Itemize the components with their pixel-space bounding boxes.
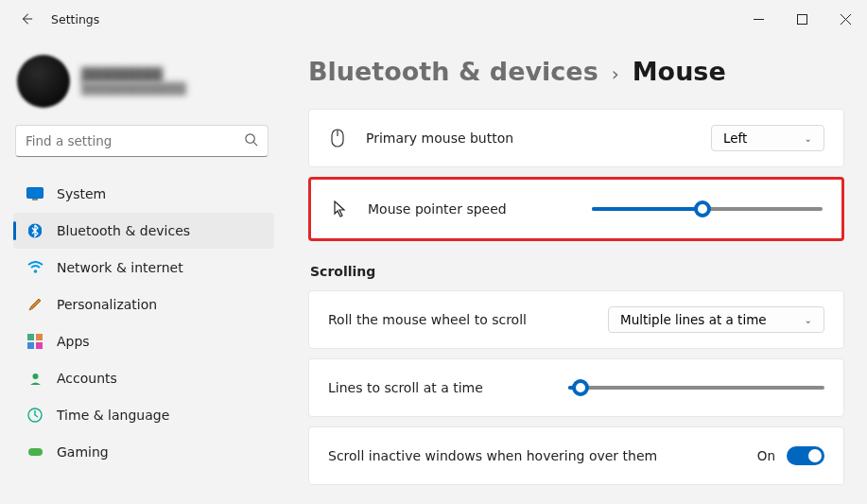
- sidebar-item-personalization[interactable]: Personalization: [13, 287, 274, 322]
- wifi-icon: [26, 259, 43, 276]
- sidebar-item-label: Personalization: [57, 297, 157, 312]
- primary-mouse-dropdown[interactable]: Left ⌄: [711, 125, 824, 151]
- maximize-button[interactable]: [780, 0, 824, 38]
- scroll-wheel-card: Roll the mouse wheel to scroll Multiple …: [308, 290, 844, 349]
- gamepad-icon: [26, 443, 43, 461]
- sidebar: ████████ ████████████ System Bluetooth &…: [0, 38, 280, 504]
- scrolling-section-title: Scrolling: [310, 264, 844, 279]
- sidebar-item-label: System: [57, 186, 106, 201]
- minimize-button[interactable]: [737, 0, 780, 38]
- close-button[interactable]: [824, 0, 867, 38]
- titlebar: Settings: [0, 0, 867, 38]
- scroll-inactive-label: Scroll inactive windows when hovering ov…: [328, 448, 657, 463]
- primary-mouse-value: Left: [723, 130, 747, 146]
- pointer-speed-slider[interactable]: [592, 207, 823, 211]
- sidebar-item-apps[interactable]: Apps: [13, 323, 274, 359]
- apps-icon: [26, 333, 43, 350]
- avatar: [17, 55, 70, 108]
- breadcrumb-current: Mouse: [633, 57, 726, 86]
- sidebar-item-label: Network & internet: [57, 260, 183, 275]
- svg-rect-7: [32, 199, 38, 200]
- svg-line-5: [253, 142, 257, 146]
- breadcrumb: Bluetooth & devices › Mouse: [308, 57, 844, 86]
- back-button[interactable]: [15, 8, 38, 30]
- search-field[interactable]: [26, 133, 244, 148]
- slider-thumb[interactable]: [694, 200, 711, 217]
- search-input[interactable]: [15, 125, 269, 157]
- sidebar-item-accounts[interactable]: Accounts: [13, 360, 274, 396]
- svg-rect-6: [27, 188, 43, 199]
- sidebar-item-label: Bluetooth & devices: [57, 223, 190, 238]
- paintbrush-icon: [26, 296, 43, 313]
- breadcrumb-parent[interactable]: Bluetooth & devices: [308, 57, 598, 86]
- sidebar-item-label: Time & language: [57, 408, 169, 423]
- primary-mouse-label: Primary mouse button: [366, 130, 513, 146]
- svg-rect-12: [27, 342, 34, 349]
- chevron-right-icon: ›: [612, 62, 619, 85]
- toggle-state-label: On: [757, 448, 775, 463]
- mouse-icon: [328, 129, 347, 148]
- sidebar-item-gaming[interactable]: Gaming: [13, 434, 274, 470]
- main-content: Bluetooth & devices › Mouse Primary mous…: [280, 38, 867, 504]
- sidebar-item-label: Gaming: [57, 444, 109, 460]
- svg-rect-16: [28, 448, 43, 456]
- profile-email: ████████████: [81, 82, 186, 96]
- svg-point-14: [32, 374, 38, 379]
- sidebar-item-label: Apps: [57, 334, 90, 349]
- lines-to-scroll-label: Lines to scroll at a time: [328, 380, 483, 395]
- scroll-wheel-dropdown[interactable]: Multiple lines at a time ⌄: [608, 306, 824, 333]
- sidebar-item-label: Accounts: [57, 371, 117, 386]
- person-icon: [26, 370, 43, 387]
- sidebar-item-bluetooth-devices[interactable]: Bluetooth & devices: [13, 213, 274, 249]
- chevron-down-icon: ⌄: [805, 133, 812, 144]
- search-icon: [244, 132, 258, 150]
- pointer-speed-label: Mouse pointer speed: [368, 201, 507, 217]
- profile-name: ████████: [81, 67, 186, 82]
- scroll-wheel-label: Roll the mouse wheel to scroll: [328, 312, 527, 327]
- svg-point-4: [246, 133, 254, 142]
- sidebar-item-system[interactable]: System: [13, 176, 274, 212]
- scroll-inactive-toggle[interactable]: [787, 446, 824, 465]
- system-icon: [26, 185, 43, 202]
- primary-mouse-button-card: Primary mouse button Left ⌄: [308, 109, 844, 167]
- sidebar-item-network[interactable]: Network & internet: [13, 250, 274, 286]
- cursor-icon: [330, 200, 349, 217]
- nav: System Bluetooth & devices Network & int…: [13, 176, 274, 470]
- profile[interactable]: ████████ ████████████: [13, 49, 274, 125]
- svg-rect-13: [36, 342, 43, 349]
- svg-point-9: [33, 269, 37, 273]
- svg-rect-10: [27, 334, 34, 340]
- lines-to-scroll-card: Lines to scroll at a time: [308, 358, 844, 417]
- svg-rect-11: [36, 334, 43, 340]
- bluetooth-icon: [26, 222, 43, 239]
- mouse-pointer-speed-card: Mouse pointer speed: [308, 177, 844, 241]
- scroll-wheel-value: Multiple lines at a time: [620, 312, 767, 327]
- globe-clock-icon: [26, 407, 43, 424]
- slider-thumb[interactable]: [572, 379, 589, 396]
- window-title: Settings: [51, 12, 99, 26]
- lines-to-scroll-slider[interactable]: [568, 386, 824, 390]
- chevron-down-icon: ⌄: [805, 315, 812, 325]
- svg-rect-1: [797, 14, 806, 24]
- scroll-inactive-card: Scroll inactive windows when hovering ov…: [308, 426, 844, 485]
- sidebar-item-time-language[interactable]: Time & language: [13, 397, 274, 433]
